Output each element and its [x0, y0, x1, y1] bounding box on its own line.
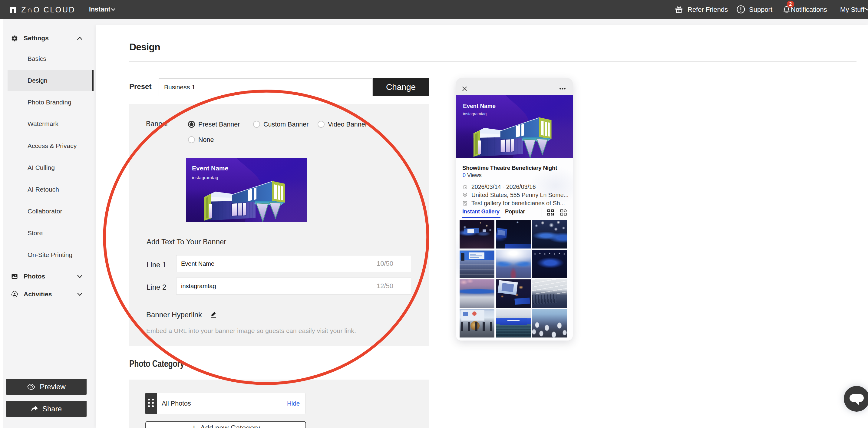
- svg-text:instagramtag: instagramtag: [192, 175, 218, 180]
- svg-text:Event Name: Event Name: [463, 103, 496, 109]
- svg-text:instagramtag: instagramtag: [463, 112, 487, 116]
- svg-text:Event Name: Event Name: [192, 165, 228, 172]
